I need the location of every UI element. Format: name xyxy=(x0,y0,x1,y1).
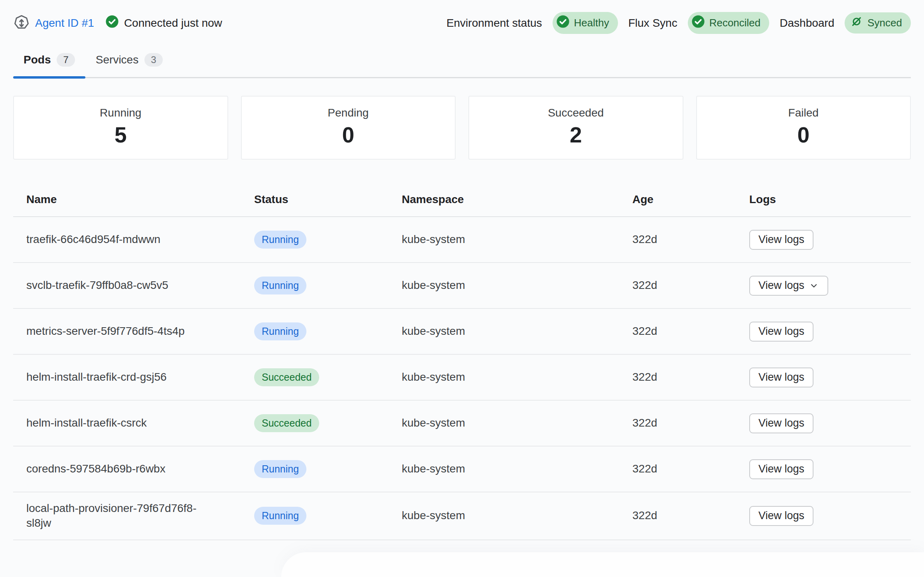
pod-namespace: kube-system xyxy=(389,324,619,339)
pod-name: traefik-66c46d954f-mdwwn xyxy=(13,232,221,247)
view-logs-label: View logs xyxy=(758,510,804,522)
table-row: metrics-server-5f9f776df5-4ts4pRunningku… xyxy=(13,309,911,355)
view-logs-label: View logs xyxy=(758,325,804,338)
chevron-down-icon xyxy=(809,281,819,291)
pod-name: helm-install-traefik-csrck xyxy=(13,416,221,431)
table-row: local-path-provisioner-79f67d76f8-sl8jwR… xyxy=(13,492,911,540)
card-value: 0 xyxy=(242,122,455,148)
view-logs-button[interactable]: View logs xyxy=(749,459,813,479)
status-badge: Running xyxy=(254,322,306,340)
table-header: NameStatusNamespaceAgeLogs xyxy=(13,183,911,217)
logs-cell: View logs xyxy=(736,230,911,250)
view-logs-label: View logs xyxy=(758,233,804,246)
column-header-logs: Logs xyxy=(736,192,911,207)
view-logs-label: View logs xyxy=(758,371,804,383)
status-badge: Succeeded xyxy=(254,414,319,432)
status-badge: Running xyxy=(254,231,306,249)
summary-card-pending: Pending0 xyxy=(241,96,456,160)
table-body: traefik-66c46d954f-mdwwnRunningkube-syst… xyxy=(13,217,911,540)
view-logs-button[interactable]: View logs xyxy=(749,230,813,250)
table-row: svclb-traefik-79ffb0a8-cw5v5Runningkube-… xyxy=(13,263,911,309)
pod-namespace: kube-system xyxy=(389,508,619,523)
logs-cell: View logs xyxy=(736,506,911,526)
pod-name: helm-install-traefik-crd-gsj56 xyxy=(13,370,221,385)
agent-id-label: Agent ID #1 xyxy=(35,17,94,30)
check-circle-icon xyxy=(691,15,705,31)
table-row: helm-install-traefik-crd-gsj56Succeededk… xyxy=(13,355,911,401)
status-cell: Running xyxy=(241,507,389,525)
connection-status-text: Connected just now xyxy=(124,17,222,30)
pod-namespace: kube-system xyxy=(389,416,619,431)
check-circle-icon xyxy=(105,15,119,31)
tabs: Pods7Services3 xyxy=(13,47,911,78)
environment-indicators: Environment status Healthy Flux Sync xyxy=(446,12,911,34)
tab-services[interactable]: Services3 xyxy=(85,47,173,77)
status-cell: Running xyxy=(241,277,389,294)
kubernetes-agent-dashboard: Agent ID #1 Connected just now Environme… xyxy=(0,0,924,577)
dashboard-label: Dashboard xyxy=(780,17,834,30)
table-row: traefik-66c46d954f-mdwwnRunningkube-syst… xyxy=(13,217,911,263)
status-badge: Running xyxy=(254,277,306,294)
card-value: 5 xyxy=(14,122,227,148)
status-cell: Succeeded xyxy=(241,368,389,386)
logs-cell: View logs xyxy=(736,459,911,479)
flux-sync-value: Reconciled xyxy=(709,17,761,29)
tab-label: Pods xyxy=(24,53,51,66)
view-logs-button[interactable]: View logs xyxy=(749,322,813,342)
column-header-name: Name xyxy=(13,192,241,207)
card-value: 0 xyxy=(697,122,910,148)
view-logs-label: View logs xyxy=(758,463,804,475)
card-label: Failed xyxy=(697,107,910,119)
pod-age: 322d xyxy=(619,232,736,247)
agent-shield-icon xyxy=(13,15,30,32)
tab-count-badge: 7 xyxy=(57,53,75,67)
pod-namespace: kube-system xyxy=(389,232,619,247)
environment-status-badge: Healthy xyxy=(553,12,618,34)
view-logs-label: View logs xyxy=(758,417,804,429)
view-logs-label: View logs xyxy=(758,279,804,292)
column-header-status: Status xyxy=(241,192,389,207)
table-header-row: NameStatusNamespaceAgeLogs xyxy=(13,183,911,217)
view-logs-button[interactable]: View logs xyxy=(749,368,813,387)
pod-name: metrics-server-5f9f776df5-4ts4p xyxy=(13,324,221,339)
view-logs-button[interactable]: View logs xyxy=(749,276,828,296)
status-cell: Running xyxy=(241,460,389,478)
card-label: Succeeded xyxy=(469,107,683,119)
tab-count-badge: 3 xyxy=(144,53,162,67)
status-badge: Succeeded xyxy=(254,368,319,386)
card-value: 2 xyxy=(469,122,683,148)
agent-summary: Agent ID #1 Connected just now xyxy=(13,15,222,32)
card-label: Running xyxy=(14,107,227,119)
flux-sync-label: Flux Sync xyxy=(628,17,677,30)
pod-namespace: kube-system xyxy=(389,370,619,385)
tab-pods[interactable]: Pods7 xyxy=(13,47,85,77)
pod-age: 322d xyxy=(619,416,736,431)
environment-status-value: Healthy xyxy=(574,17,609,29)
column-header-age: Age xyxy=(619,192,736,207)
logs-cell: View logs xyxy=(736,322,911,342)
status-badge: Running xyxy=(254,460,306,478)
pod-summary-cards: Running5Pending0Succeeded2Failed0 xyxy=(13,96,911,160)
bottom-surface-decoration xyxy=(281,552,924,577)
check-circle-icon xyxy=(556,15,570,31)
pod-name: svclb-traefik-79ffb0a8-cw5v5 xyxy=(13,278,221,293)
view-logs-button[interactable]: View logs xyxy=(749,413,813,433)
agent-id-link[interactable]: Agent ID #1 xyxy=(13,15,94,32)
pods-table: NameStatusNamespaceAgeLogs traefik-66c46… xyxy=(13,183,911,540)
flux-sync-badge: Reconciled xyxy=(688,12,770,34)
dashboard-sync-value: Synced xyxy=(867,17,902,29)
logs-cell: View logs xyxy=(736,413,911,433)
pod-age: 322d xyxy=(619,324,736,339)
status-badge: Running xyxy=(254,507,306,525)
pod-age: 322d xyxy=(619,370,736,385)
pod-age: 322d xyxy=(619,508,736,523)
table-row: helm-install-traefik-csrckSucceededkube-… xyxy=(13,401,911,447)
pod-name: local-path-provisioner-79f67d76f8-sl8jw xyxy=(13,501,221,531)
view-logs-button[interactable]: View logs xyxy=(749,506,813,526)
tab-label: Services xyxy=(96,53,138,66)
pod-namespace: kube-system xyxy=(389,462,619,476)
logs-cell: View logs xyxy=(736,276,911,296)
logs-cell: View logs xyxy=(736,368,911,387)
summary-card-running: Running5 xyxy=(13,96,228,160)
top-bar: Agent ID #1 Connected just now Environme… xyxy=(0,0,924,34)
